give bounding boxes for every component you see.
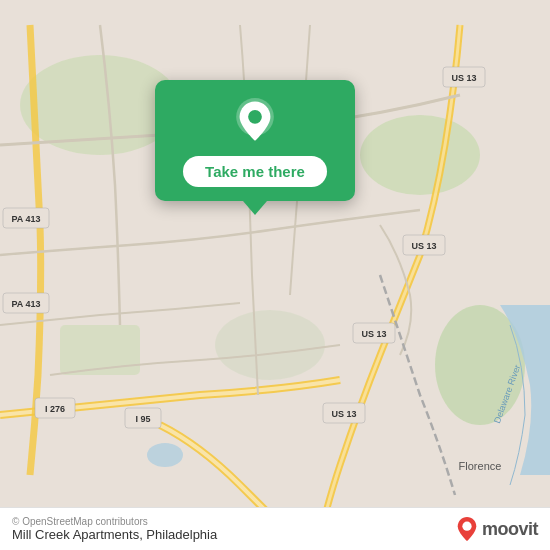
- moovit-logo: moovit: [456, 516, 538, 542]
- svg-text:I 276: I 276: [45, 404, 65, 414]
- bottom-left-info: © OpenStreetMap contributors Mill Creek …: [12, 516, 217, 542]
- svg-point-6: [147, 443, 183, 467]
- svg-point-1: [360, 115, 480, 195]
- moovit-pin-icon: [456, 516, 478, 542]
- svg-text:PA 413: PA 413: [11, 299, 40, 309]
- location-pin-icon: [231, 98, 279, 146]
- svg-text:US 13: US 13: [411, 241, 436, 251]
- popup-card: Take me there: [155, 80, 355, 201]
- map-container: US 13 US 13 US 13 US 13 PA 413 PA 413 I …: [0, 0, 550, 550]
- take-me-there-button[interactable]: Take me there: [183, 156, 327, 187]
- svg-rect-4: [60, 325, 140, 375]
- moovit-text: moovit: [482, 519, 538, 540]
- svg-text:US 13: US 13: [331, 409, 356, 419]
- svg-point-27: [462, 522, 471, 531]
- svg-point-5: [215, 310, 325, 380]
- bottom-bar: © OpenStreetMap contributors Mill Creek …: [0, 507, 550, 550]
- svg-text:US 13: US 13: [451, 73, 476, 83]
- svg-text:Florence: Florence: [459, 460, 502, 472]
- copyright-text: © OpenStreetMap contributors: [12, 516, 217, 527]
- svg-point-26: [248, 110, 262, 124]
- location-name: Mill Creek Apartments, Philadelphia: [12, 527, 217, 542]
- svg-text:PA 413: PA 413: [11, 214, 40, 224]
- svg-text:US 13: US 13: [361, 329, 386, 339]
- svg-text:I 95: I 95: [135, 414, 150, 424]
